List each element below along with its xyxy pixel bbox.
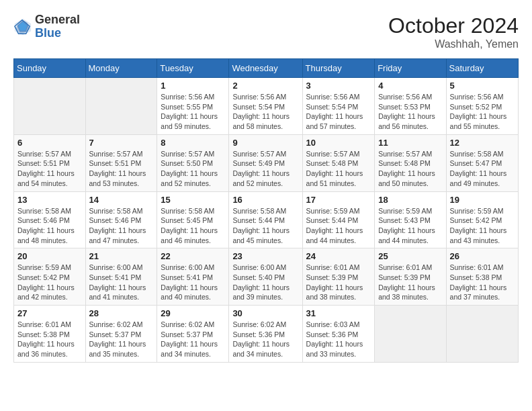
day-number: 1 — [161, 81, 225, 91]
day-info: Sunrise: 6:01 AM Sunset: 5:39 PM Dayligh… — [306, 263, 371, 302]
calendar-cell-w4-d7: 26Sunrise: 6:01 AM Sunset: 5:38 PM Dayli… — [446, 248, 518, 306]
calendar-cell-w5-d4: 30Sunrise: 6:02 AM Sunset: 5:36 PM Dayli… — [229, 306, 302, 363]
calendar-cell-w2-d6: 11Sunrise: 5:57 AM Sunset: 5:48 PM Dayli… — [375, 134, 446, 191]
calendar-cell-w2-d1: 6Sunrise: 5:57 AM Sunset: 5:51 PM Daylig… — [14, 134, 86, 191]
day-number: 17 — [306, 195, 371, 205]
calendar-cell-w5-d1: 27Sunrise: 6:01 AM Sunset: 5:38 PM Dayli… — [14, 306, 86, 363]
day-info: Sunrise: 5:57 AM Sunset: 5:49 PM Dayligh… — [232, 149, 298, 189]
calendar-cell-w2-d7: 12Sunrise: 5:58 AM Sunset: 5:47 PM Dayli… — [446, 134, 518, 191]
day-info: Sunrise: 5:57 AM Sunset: 5:48 PM Dayligh… — [306, 149, 371, 189]
day-info: Sunrise: 5:56 AM Sunset: 5:55 PM Dayligh… — [161, 92, 225, 132]
calendar-cell-w4-d3: 22Sunrise: 6:00 AM Sunset: 5:41 PM Dayli… — [157, 248, 229, 306]
day-info: Sunrise: 5:56 AM Sunset: 5:54 PM Dayligh… — [232, 92, 298, 132]
day-number: 28 — [89, 308, 154, 318]
header-sunday: Sunday — [14, 59, 86, 78]
day-info: Sunrise: 6:00 AM Sunset: 5:41 PM Dayligh… — [89, 263, 154, 302]
calendar-cell-w1-d2 — [85, 78, 157, 135]
day-info: Sunrise: 6:02 AM Sunset: 5:36 PM Dayligh… — [232, 320, 298, 359]
calendar-cell-w2-d5: 10Sunrise: 5:57 AM Sunset: 5:48 PM Dayli… — [302, 134, 375, 191]
day-number: 15 — [161, 195, 225, 205]
week-row-3: 13Sunrise: 5:58 AM Sunset: 5:46 PM Dayli… — [14, 191, 519, 248]
calendar-cell-w1-d6: 4Sunrise: 5:56 AM Sunset: 5:53 PM Daylig… — [375, 78, 446, 135]
day-number: 12 — [450, 138, 515, 148]
day-number: 4 — [378, 81, 442, 91]
day-number: 18 — [378, 195, 442, 205]
calendar-table: Sunday Monday Tuesday Wednesday Thursday… — [13, 58, 519, 363]
calendar-cell-w1-d5: 3Sunrise: 5:56 AM Sunset: 5:54 PM Daylig… — [302, 78, 375, 135]
day-info: Sunrise: 5:59 AM Sunset: 5:43 PM Dayligh… — [378, 206, 442, 246]
week-row-2: 6Sunrise: 5:57 AM Sunset: 5:51 PM Daylig… — [14, 134, 519, 191]
calendar-cell-w5-d3: 29Sunrise: 6:02 AM Sunset: 5:37 PM Dayli… — [157, 306, 229, 363]
header-friday: Friday — [375, 59, 446, 78]
day-info: Sunrise: 5:58 AM Sunset: 5:45 PM Dayligh… — [161, 206, 225, 246]
day-number: 30 — [232, 308, 298, 318]
day-number: 21 — [89, 251, 154, 261]
calendar-cell-w5-d7 — [446, 306, 518, 363]
day-info: Sunrise: 5:59 AM Sunset: 5:42 PM Dayligh… — [450, 206, 515, 246]
day-number: 3 — [306, 81, 371, 91]
day-info: Sunrise: 5:58 AM Sunset: 5:47 PM Dayligh… — [450, 149, 515, 189]
page: General Blue October 2024 Washhah, Yemen… — [0, 0, 532, 411]
title-block: October 2024 Washhah, Yemen — [388, 13, 519, 50]
calendar-cell-w5-d5: 31Sunrise: 6:03 AM Sunset: 5:36 PM Dayli… — [302, 306, 375, 363]
header-wednesday: Wednesday — [229, 59, 302, 78]
header-tuesday: Tuesday — [157, 59, 229, 78]
calendar-cell-w5-d6 — [375, 306, 446, 363]
day-number: 10 — [306, 138, 371, 148]
calendar-cell-w4-d4: 23Sunrise: 6:00 AM Sunset: 5:40 PM Dayli… — [229, 248, 302, 306]
day-number: 22 — [161, 251, 225, 261]
day-number: 27 — [17, 308, 82, 318]
day-info: Sunrise: 5:58 AM Sunset: 5:44 PM Dayligh… — [232, 206, 298, 246]
day-info: Sunrise: 6:02 AM Sunset: 5:37 PM Dayligh… — [161, 320, 225, 359]
day-info: Sunrise: 5:56 AM Sunset: 5:54 PM Dayligh… — [306, 92, 371, 132]
calendar-cell-w3-d1: 13Sunrise: 5:58 AM Sunset: 5:46 PM Dayli… — [14, 191, 86, 248]
day-number: 5 — [450, 81, 515, 91]
day-info: Sunrise: 5:58 AM Sunset: 5:46 PM Dayligh… — [89, 206, 154, 246]
day-info: Sunrise: 6:01 AM Sunset: 5:38 PM Dayligh… — [17, 320, 82, 359]
week-row-4: 20Sunrise: 5:59 AM Sunset: 5:42 PM Dayli… — [14, 248, 519, 306]
logo-icon — [13, 17, 32, 36]
day-number: 6 — [17, 138, 82, 148]
logo-blue: Blue — [35, 27, 80, 40]
logo: General Blue — [13, 13, 80, 40]
month-title: October 2024 — [388, 13, 519, 38]
calendar-cell-w3-d3: 15Sunrise: 5:58 AM Sunset: 5:45 PM Dayli… — [157, 191, 229, 248]
day-number: 2 — [232, 81, 298, 91]
calendar-cell-w1-d4: 2Sunrise: 5:56 AM Sunset: 5:54 PM Daylig… — [229, 78, 302, 135]
day-number: 25 — [378, 251, 442, 261]
day-number: 8 — [161, 138, 225, 148]
calendar-cell-w2-d2: 7Sunrise: 5:57 AM Sunset: 5:51 PM Daylig… — [85, 134, 157, 191]
logo-general: General — [35, 13, 80, 27]
day-number: 20 — [17, 251, 82, 261]
day-info: Sunrise: 6:00 AM Sunset: 5:41 PM Dayligh… — [161, 263, 225, 302]
day-number: 26 — [450, 251, 515, 261]
week-row-5: 27Sunrise: 6:01 AM Sunset: 5:38 PM Dayli… — [14, 306, 519, 363]
calendar-cell-w2-d4: 9Sunrise: 5:57 AM Sunset: 5:49 PM Daylig… — [229, 134, 302, 191]
day-info: Sunrise: 5:59 AM Sunset: 5:44 PM Dayligh… — [306, 206, 371, 246]
day-info: Sunrise: 6:01 AM Sunset: 5:38 PM Dayligh… — [450, 263, 515, 302]
calendar-cell-w4-d5: 24Sunrise: 6:01 AM Sunset: 5:39 PM Dayli… — [302, 248, 375, 306]
day-number: 24 — [306, 251, 371, 261]
header-thursday: Thursday — [302, 59, 375, 78]
day-info: Sunrise: 5:59 AM Sunset: 5:42 PM Dayligh… — [17, 263, 82, 302]
header-monday: Monday — [85, 59, 157, 78]
day-info: Sunrise: 6:01 AM Sunset: 5:39 PM Dayligh… — [378, 263, 442, 302]
day-info: Sunrise: 5:56 AM Sunset: 5:53 PM Dayligh… — [378, 92, 442, 132]
week-row-1: 1Sunrise: 5:56 AM Sunset: 5:55 PM Daylig… — [14, 78, 519, 135]
calendar-cell-w3-d6: 18Sunrise: 5:59 AM Sunset: 5:43 PM Dayli… — [375, 191, 446, 248]
calendar-cell-w3-d2: 14Sunrise: 5:58 AM Sunset: 5:46 PM Dayli… — [85, 191, 157, 248]
day-info: Sunrise: 5:57 AM Sunset: 5:51 PM Dayligh… — [17, 149, 82, 189]
day-number: 31 — [306, 308, 371, 318]
weekday-header-row: Sunday Monday Tuesday Wednesday Thursday… — [14, 59, 519, 78]
calendar-cell-w1-d1 — [14, 78, 86, 135]
location-subtitle: Washhah, Yemen — [388, 38, 519, 50]
day-number: 19 — [450, 195, 515, 205]
day-info: Sunrise: 5:58 AM Sunset: 5:46 PM Dayligh… — [17, 206, 82, 246]
logo-text: General Blue — [35, 13, 80, 40]
header-saturday: Saturday — [446, 59, 518, 78]
day-number: 23 — [232, 251, 298, 261]
day-info: Sunrise: 5:56 AM Sunset: 5:52 PM Dayligh… — [450, 92, 515, 132]
calendar-cell-w4-d2: 21Sunrise: 6:00 AM Sunset: 5:41 PM Dayli… — [85, 248, 157, 306]
day-info: Sunrise: 5:57 AM Sunset: 5:50 PM Dayligh… — [161, 149, 225, 189]
calendar-cell-w3-d4: 16Sunrise: 5:58 AM Sunset: 5:44 PM Dayli… — [229, 191, 302, 248]
